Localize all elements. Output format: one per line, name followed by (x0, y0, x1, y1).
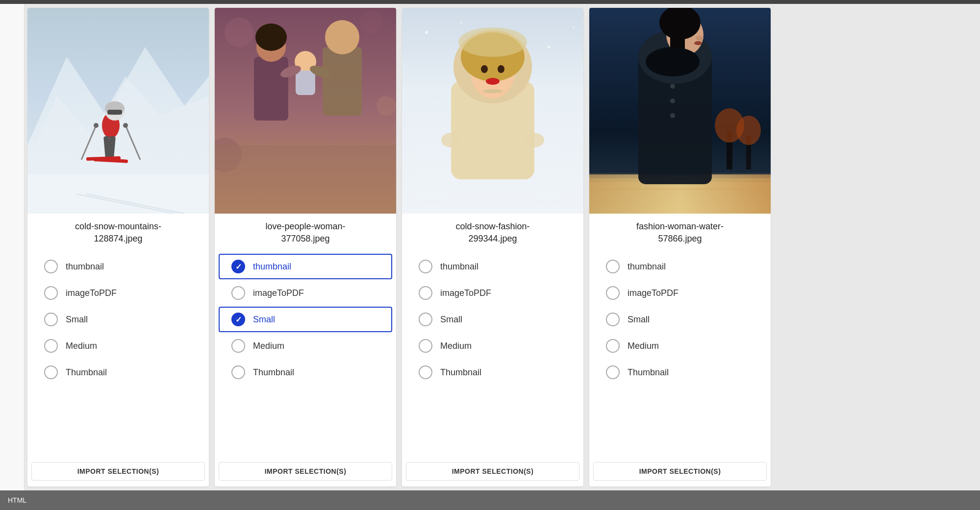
card-filename-3: cold-snow-fashion- 299344.jpeg (402, 214, 583, 249)
import-button-4[interactable]: IMPORT SELECTION(S) (593, 462, 767, 481)
radio-4-1[interactable] (606, 260, 620, 273)
radio-4-3[interactable] (606, 313, 620, 326)
option-row-4-2[interactable]: imageToPDF (593, 280, 767, 306)
option-label-2-5: Thumbnail (253, 367, 294, 378)
svg-point-48 (525, 133, 544, 147)
card-options-3: thumbnailimageToPDFSmallMediumThumbnail (402, 249, 583, 458)
card-1: cold-snow-mountains- 128874.jpegthumbnai… (27, 8, 209, 486)
option-row-2-5[interactable]: Thumbnail (219, 360, 392, 385)
radio-4-2[interactable] (606, 286, 620, 300)
option-label-1-1: thumbnail (66, 262, 104, 272)
svg-point-23 (255, 24, 287, 51)
svg-point-17 (123, 123, 128, 128)
radio-2-4[interactable] (231, 339, 245, 353)
card-4: fashion-woman-water- 57866.jpegthumbnail… (589, 8, 771, 486)
radio-3-2[interactable] (419, 286, 432, 300)
card-image-2 (215, 8, 396, 214)
option-label-1-4: Medium (66, 341, 97, 351)
option-label-1-5: Thumbnail (66, 367, 107, 378)
svg-rect-32 (215, 145, 396, 214)
option-row-3-4[interactable]: Medium (406, 333, 579, 359)
card-3: cold-snow-fashion- 299344.jpegthumbnaili… (402, 8, 583, 486)
option-row-2-3[interactable]: Small (219, 307, 392, 332)
bottom-bar-label: HTML (8, 496, 26, 504)
option-row-4-1[interactable]: thumbnail (593, 254, 767, 279)
option-label-1-3: Small (66, 315, 88, 325)
option-label-1-2: imageToPDF (66, 288, 117, 298)
option-row-4-5[interactable]: Thumbnail (593, 360, 767, 385)
option-label-3-5: Thumbnail (440, 367, 481, 378)
option-row-1-3[interactable]: Small (31, 307, 205, 332)
radio-4-4[interactable] (606, 339, 620, 353)
card-options-4: thumbnailimageToPDFSmallMediumThumbnail (589, 249, 771, 458)
top-bar (0, 0, 980, 4)
option-label-4-1: thumbnail (628, 262, 666, 272)
import-button-3[interactable]: IMPORT SELECTION(S) (406, 462, 579, 481)
option-label-3-2: imageToPDF (440, 288, 491, 298)
radio-2-2[interactable] (231, 286, 245, 300)
card-2: love-people-woman- 377058.jpegthumbnaili… (215, 8, 396, 486)
svg-point-37 (573, 26, 575, 28)
option-label-4-4: Medium (628, 341, 659, 351)
main-content: cold-snow-mountains- 128874.jpegthumbnai… (0, 4, 980, 490)
option-label-2-4: Medium (253, 341, 284, 351)
option-label-2-1: thumbnail (253, 262, 291, 272)
cards-container: cold-snow-mountains- 128874.jpegthumbnai… (25, 4, 980, 490)
radio-1-5[interactable] (44, 365, 58, 379)
radio-1-2[interactable] (44, 286, 58, 300)
radio-1-3[interactable] (44, 313, 58, 326)
radio-4-5[interactable] (606, 365, 620, 379)
option-row-2-2[interactable]: imageToPDF (219, 280, 392, 306)
radio-1-4[interactable] (44, 339, 58, 353)
svg-point-45 (483, 89, 503, 93)
svg-point-47 (441, 133, 461, 147)
option-row-3-3[interactable]: Small (406, 307, 579, 332)
option-label-2-3: Small (253, 315, 275, 325)
option-row-3-2[interactable]: imageToPDF (406, 280, 579, 306)
option-row-4-3[interactable]: Small (593, 307, 767, 332)
svg-point-28 (225, 18, 254, 47)
svg-point-35 (460, 22, 462, 24)
card-image-4 (589, 8, 771, 214)
radio-3-1[interactable] (419, 260, 432, 273)
option-row-4-4[interactable]: Medium (593, 333, 767, 359)
svg-point-67 (670, 84, 675, 89)
svg-rect-9 (107, 110, 122, 115)
option-label-3-3: Small (440, 315, 462, 325)
option-label-2-2: imageToPDF (253, 288, 304, 298)
svg-point-16 (94, 123, 99, 128)
radio-3-4[interactable] (419, 339, 432, 353)
svg-point-42 (481, 65, 488, 73)
svg-point-34 (425, 31, 428, 34)
option-row-3-5[interactable]: Thumbnail (406, 360, 579, 385)
option-row-1-2[interactable]: imageToPDF (31, 280, 205, 306)
option-row-1-1[interactable]: thumbnail (31, 254, 205, 279)
option-row-2-4[interactable]: Medium (219, 333, 392, 359)
option-row-3-1[interactable]: thumbnail (406, 254, 579, 279)
svg-point-65 (694, 41, 702, 45)
svg-point-30 (377, 96, 396, 116)
card-filename-2: love-people-woman- 377058.jpeg (215, 214, 396, 249)
option-row-2-1[interactable]: thumbnail (219, 254, 392, 279)
option-label-4-5: Thumbnail (628, 367, 669, 378)
option-label-4-3: Small (628, 315, 650, 325)
radio-1-1[interactable] (44, 260, 58, 273)
svg-point-63 (696, 36, 704, 41)
radio-3-3[interactable] (419, 313, 432, 326)
radio-2-1[interactable] (231, 260, 245, 273)
svg-point-36 (548, 46, 551, 49)
svg-point-69 (670, 113, 675, 118)
option-label-3-1: thumbnail (440, 262, 478, 272)
svg-point-68 (670, 98, 675, 103)
radio-3-5[interactable] (419, 365, 432, 379)
card-options-2: thumbnailimageToPDFSmallMediumThumbnail (215, 249, 396, 458)
svg-point-43 (498, 65, 504, 73)
option-row-1-4[interactable]: Medium (31, 333, 205, 359)
import-button-1[interactable]: IMPORT SELECTION(S) (31, 462, 205, 481)
import-button-2[interactable]: IMPORT SELECTION(S) (219, 462, 392, 481)
svg-rect-19 (323, 47, 362, 116)
radio-2-3[interactable] (231, 313, 245, 326)
option-row-1-5[interactable]: Thumbnail (31, 360, 205, 385)
radio-2-5[interactable] (231, 365, 245, 379)
card-filename-1: cold-snow-mountains- 128874.jpeg (27, 214, 209, 249)
